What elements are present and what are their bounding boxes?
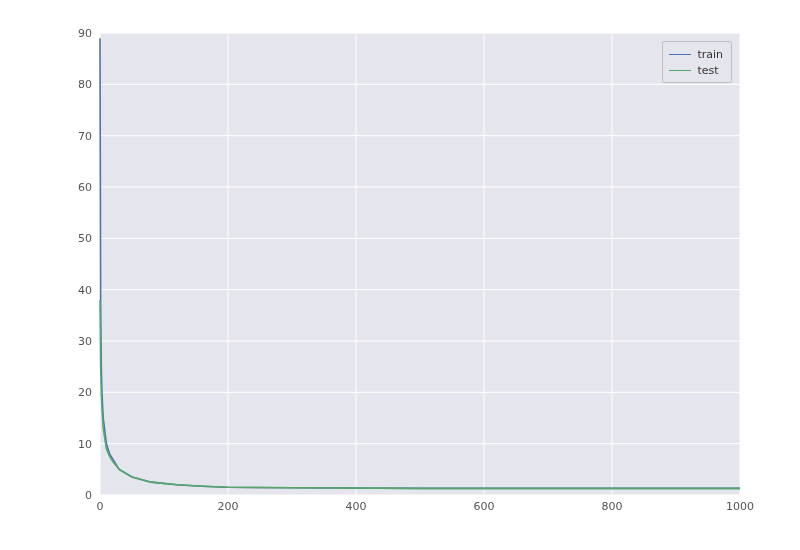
y-tick-label: 90	[78, 27, 92, 40]
legend-item-test: test	[669, 62, 723, 78]
plot-svg	[100, 33, 740, 495]
legend-swatch-icon	[669, 70, 691, 71]
y-tick-label: 30	[78, 335, 92, 348]
x-tick-label: 800	[602, 500, 623, 513]
y-tick-label: 60	[78, 181, 92, 194]
y-tick-label: 70	[78, 129, 92, 142]
legend-item-train: train	[669, 46, 723, 62]
y-tick-label: 10	[78, 437, 92, 450]
legend-swatch-icon	[669, 54, 691, 55]
x-tick-label: 0	[97, 500, 104, 513]
x-tick-label: 200	[218, 500, 239, 513]
y-tick-label: 20	[78, 386, 92, 399]
plot-area: train test	[100, 33, 740, 495]
series-test	[100, 300, 740, 488]
x-tick-label: 600	[474, 500, 495, 513]
y-tick-label: 0	[85, 489, 92, 502]
figure: train test 0 200 400 600 800 1000 0 10 2…	[0, 0, 800, 550]
y-tick-label: 40	[78, 283, 92, 296]
y-tick-label: 50	[78, 232, 92, 245]
x-tick-label: 1000	[726, 500, 754, 513]
legend-label: train	[697, 48, 723, 61]
y-tick-label: 80	[78, 78, 92, 91]
legend: train test	[662, 41, 732, 83]
series-train	[100, 38, 740, 488]
x-tick-label: 400	[346, 500, 367, 513]
legend-label: test	[697, 64, 718, 77]
